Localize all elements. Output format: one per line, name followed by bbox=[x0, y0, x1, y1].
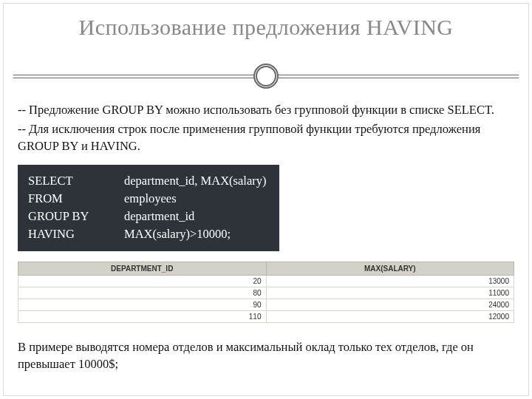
table-row: 110 12000 bbox=[18, 311, 514, 323]
cell-max: 11000 bbox=[266, 287, 514, 299]
sql-code-block: SELECT department_id, MAX(salary) FROM e… bbox=[18, 165, 279, 252]
table-header-row: DEPARTMENT_ID MAX(SALARY) bbox=[18, 262, 514, 276]
sql-line: FROM employees bbox=[28, 190, 266, 208]
result-table-wrap: DEPARTMENT_ID MAX(SALARY) 20 13000 80 11… bbox=[18, 262, 514, 323]
title-area: Использование предложения HAVING bbox=[0, 0, 532, 64]
cell-dept: 20 bbox=[18, 276, 267, 287]
paragraph-2: -- Для исключения строк после применения… bbox=[18, 121, 514, 154]
cell-dept: 110 bbox=[18, 311, 267, 323]
slide: Использование предложения HAVING -- Пред… bbox=[0, 0, 532, 399]
col-header-dept: DEPARTMENT_ID bbox=[18, 262, 267, 276]
slide-body: -- Предложение GROUP BY можно использова… bbox=[0, 89, 532, 372]
sql-keyword: FROM bbox=[28, 190, 124, 208]
paragraph-1: -- Предложение GROUP BY можно использова… bbox=[18, 102, 514, 118]
sql-rest: department_id bbox=[124, 208, 194, 225]
sql-keyword: SELECT bbox=[28, 172, 124, 190]
divider-ring-icon bbox=[253, 64, 279, 89]
sql-rest: department_id, MAX(salary) bbox=[124, 172, 266, 190]
table-row: 80 11000 bbox=[18, 287, 514, 299]
col-header-max: MAX(SALARY) bbox=[266, 262, 514, 276]
table-row: 20 13000 bbox=[18, 276, 514, 287]
sql-rest: MAX(salary)>10000; bbox=[124, 225, 231, 243]
sql-line: GROUP BY department_id bbox=[28, 208, 266, 225]
sql-keyword: GROUP BY bbox=[28, 208, 124, 225]
sql-rest: employees bbox=[124, 190, 177, 208]
cell-max: 12000 bbox=[266, 311, 514, 323]
cell-dept: 90 bbox=[18, 299, 267, 311]
cell-max: 24000 bbox=[266, 299, 514, 311]
cell-dept: 80 bbox=[18, 287, 267, 299]
footnote: В примере выводятся номера отделов и мак… bbox=[18, 339, 514, 372]
cell-max: 13000 bbox=[266, 276, 514, 287]
sql-line: HAVING MAX(salary)>10000; bbox=[28, 225, 266, 243]
title-divider bbox=[13, 64, 519, 89]
result-table: DEPARTMENT_ID MAX(SALARY) 20 13000 80 11… bbox=[18, 262, 514, 323]
page-title: Использование предложения HAVING bbox=[30, 15, 502, 40]
table-row: 90 24000 bbox=[18, 299, 514, 311]
sql-line: SELECT department_id, MAX(salary) bbox=[28, 172, 266, 190]
sql-keyword: HAVING bbox=[28, 225, 124, 243]
